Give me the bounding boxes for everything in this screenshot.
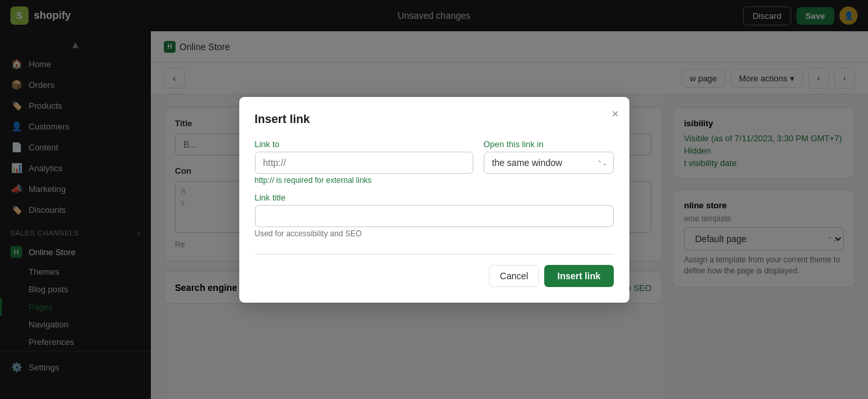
link-to-label: Link to <box>255 139 473 149</box>
insert-link-modal: Insert link × Link to http:// is require… <box>239 97 629 303</box>
modal-body: Link to http:// is required for external… <box>255 139 614 238</box>
cancel-button[interactable]: Cancel <box>489 265 540 287</box>
modal-title: Insert link <box>255 113 614 126</box>
form-row-link: Link to http:// is required for external… <box>255 139 614 185</box>
link-to-hint: http:// is required for external links <box>255 176 473 185</box>
open-in-label: Open this link in <box>484 139 614 149</box>
open-in-select-wrapper: the same windowa new window <box>484 152 614 174</box>
insert-link-button[interactable]: Insert link <box>544 265 613 287</box>
open-in-group: Open this link in the same windowa new w… <box>484 139 614 185</box>
modal-close-button[interactable]: × <box>612 107 619 121</box>
link-title-group: Link title Used for accessibility and SE… <box>255 193 614 238</box>
link-title-input[interactable] <box>255 205 614 227</box>
open-in-select[interactable]: the same windowa new window <box>484 152 614 174</box>
form-row-title: Link title Used for accessibility and SE… <box>255 193 614 238</box>
link-to-input[interactable] <box>255 152 473 174</box>
link-title-hint: Used for accessibility and SEO <box>255 229 614 238</box>
modal-overlay[interactable]: Insert link × Link to http:// is require… <box>0 0 868 399</box>
link-title-label: Link title <box>255 193 614 202</box>
link-to-group: Link to http:// is required for external… <box>255 139 473 185</box>
modal-footer: Cancel Insert link <box>255 254 614 287</box>
